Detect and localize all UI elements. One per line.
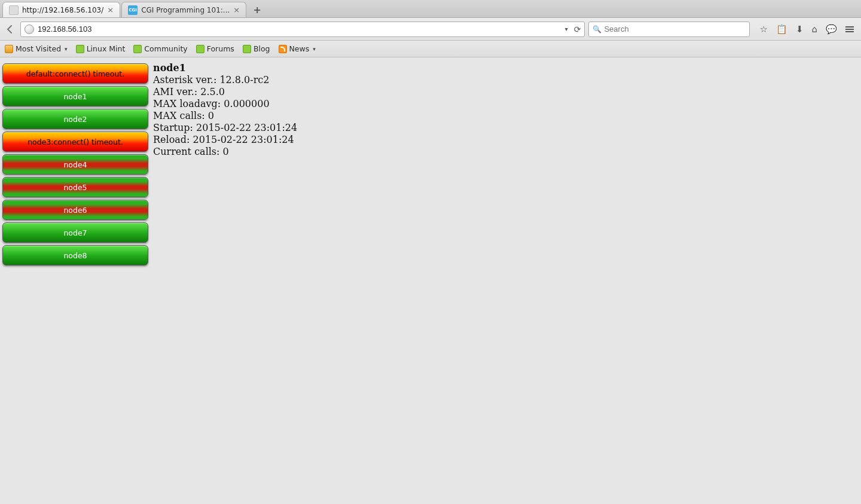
- bookmark-label: Community: [144, 44, 187, 53]
- reload-button[interactable]: ⟳: [574, 25, 581, 34]
- bookmark-label: Blog: [254, 44, 270, 53]
- browser-tabstrip: http://192.168.56.103/ × CGI CGI Program…: [0, 0, 861, 18]
- node-button-default[interactable]: default:connect() timeout.: [2, 63, 148, 84]
- chat-icon[interactable]: 💬: [826, 24, 837, 35]
- detail-line: Asterisk ver.: 12.8.0-rc2: [153, 74, 297, 86]
- bookmark-star-icon[interactable]: ☆: [759, 24, 767, 35]
- url-bar[interactable]: ▾ ⟳: [20, 22, 585, 37]
- node-button-node6[interactable]: node6: [2, 200, 148, 220]
- detail-line: Reload: 2015-02-22 23:01:24: [153, 134, 297, 146]
- arrow-left-icon: [5, 24, 16, 35]
- chevron-down-icon: ▾: [313, 46, 316, 52]
- node-label: node4: [63, 160, 87, 169]
- tab-title: CGI Programming 101:...: [141, 6, 230, 14]
- node-button-node5[interactable]: node5: [2, 177, 148, 197]
- mint-icon: [243, 45, 251, 53]
- globe-icon: [25, 25, 34, 34]
- reader-icon[interactable]: 📋: [776, 24, 787, 35]
- browser-navbar: ▾ ⟳ 🔍 ☆ 📋 ⬇ ⌂ 💬: [0, 18, 861, 41]
- bookmark-blog[interactable]: Blog: [243, 44, 270, 53]
- rss-icon: [279, 45, 287, 53]
- detail-title: node1: [153, 62, 297, 74]
- bookmark-news[interactable]: News ▾: [279, 44, 316, 53]
- node-label: node2: [63, 115, 87, 124]
- node-button-node1[interactable]: node1: [2, 86, 148, 106]
- node-button-node4[interactable]: node4: [2, 154, 148, 175]
- tab-title: http://192.168.56.103/: [22, 6, 103, 14]
- search-bar[interactable]: 🔍: [588, 22, 750, 37]
- browser-tab-1[interactable]: CGI CGI Programming 101:... ×: [121, 2, 246, 17]
- close-icon[interactable]: ×: [233, 5, 240, 14]
- downloads-icon[interactable]: ⬇: [796, 24, 804, 35]
- node-label: node1: [63, 92, 87, 101]
- bookmark-label: News: [289, 44, 310, 53]
- node-label: node8: [63, 251, 87, 260]
- mint-icon: [133, 45, 142, 53]
- node-detail-panel: node1 Asterisk ver.: 12.8.0-rc2 AMI ver.…: [151, 57, 300, 504]
- url-history-dropdown[interactable]: ▾: [563, 26, 570, 32]
- chevron-down-icon: ▾: [65, 46, 68, 52]
- tab-favicon: CGI: [128, 5, 138, 15]
- node-sidebar: default:connect() timeout. node1 node2 n…: [0, 57, 151, 504]
- detail-line: MAX calls: 0: [153, 110, 297, 122]
- node-label: default:connect() timeout.: [26, 69, 124, 78]
- back-button[interactable]: [4, 23, 17, 36]
- node-button-node3[interactable]: node3:connect() timeout.: [2, 132, 148, 152]
- search-input[interactable]: [604, 25, 746, 33]
- mint-icon: [76, 45, 84, 53]
- detail-line: Current calls: 0: [153, 146, 297, 158]
- detail-line: Startup: 2015-02-22 23:01:24: [153, 122, 297, 134]
- node-button-node8[interactable]: node8: [2, 245, 148, 265]
- bookmark-label: Linux Mint: [87, 44, 126, 53]
- detail-line: MAX loadavg: 0.000000: [153, 98, 297, 110]
- url-input[interactable]: [38, 25, 559, 33]
- page-body: default:connect() timeout. node1 node2 n…: [0, 57, 861, 504]
- close-icon[interactable]: ×: [107, 5, 114, 14]
- mint-icon: [196, 45, 204, 53]
- node-button-node2[interactable]: node2: [2, 109, 148, 129]
- new-tab-button[interactable]: +: [250, 3, 264, 16]
- toolbar-right: ☆ 📋 ⬇ ⌂ 💬: [753, 24, 857, 35]
- detail-line: AMI ver.: 2.5.0: [153, 86, 297, 98]
- search-icon: 🔍: [593, 25, 602, 33]
- bookmark-forums[interactable]: Forums: [196, 44, 234, 53]
- node-label: node7: [63, 228, 87, 237]
- menu-button[interactable]: [845, 26, 854, 32]
- bookmark-label: Forums: [207, 44, 234, 53]
- node-label: node6: [63, 206, 87, 215]
- node-label: node3:connect() timeout.: [28, 138, 123, 146]
- bookmarks-bar: Most Visited ▾ Linux Mint Community Foru…: [0, 41, 861, 57]
- bookmark-label: Most Visited: [16, 44, 61, 53]
- node-button-node7[interactable]: node7: [2, 222, 148, 243]
- bookmark-community[interactable]: Community: [133, 44, 187, 53]
- node-label: node5: [63, 183, 87, 192]
- tab-favicon: [9, 5, 19, 15]
- browser-tab-0[interactable]: http://192.168.56.103/ ×: [2, 2, 120, 17]
- bookmark-most-visited[interactable]: Most Visited ▾: [5, 44, 68, 53]
- folder-icon: [5, 45, 13, 53]
- home-icon[interactable]: ⌂: [811, 24, 817, 35]
- bookmark-linux-mint[interactable]: Linux Mint: [76, 44, 126, 53]
